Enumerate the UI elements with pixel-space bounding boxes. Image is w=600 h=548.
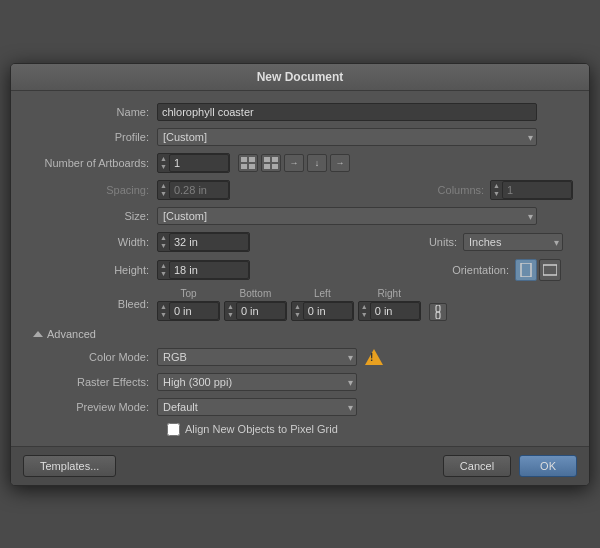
profile-select-wrap: [Custom]	[157, 128, 537, 146]
advanced-content: Color Mode: RGB CMYK Raster Effects:	[27, 348, 573, 436]
width-spin[interactable]: ▲ ▼	[158, 234, 169, 250]
profile-row: Profile: [Custom]	[27, 128, 573, 146]
bleed-right-input[interactable]	[370, 302, 420, 320]
name-label: Name:	[27, 106, 157, 118]
height-label: Height:	[27, 264, 157, 276]
svg-rect-0	[241, 157, 247, 162]
orientation-label: Orientation:	[452, 264, 515, 276]
dialog-body: Name: Profile: [Custom] Number of Artboa…	[11, 91, 589, 446]
columns-spin[interactable]: ▲ ▼	[491, 182, 502, 198]
artboards-label: Number of Artboards:	[27, 157, 157, 169]
advanced-section: Advanced Color Mode: RGB CMYK	[27, 328, 573, 436]
artboards-input-wrap: ▲ ▼	[157, 153, 230, 173]
arrange-down-icon[interactable]: ↓	[307, 154, 327, 172]
height-input-wrap: ▲ ▼	[157, 260, 250, 280]
spacing-input-wrap: ▲ ▼	[157, 180, 230, 200]
align-checkbox[interactable]	[167, 423, 180, 436]
svg-rect-3	[249, 164, 255, 169]
bleed-left-input[interactable]	[303, 302, 353, 320]
units-label: Units:	[413, 236, 463, 248]
bleed-right-wrap: ▲▼	[358, 301, 421, 321]
color-mode-select[interactable]: RGB CMYK	[157, 348, 357, 366]
height-spin[interactable]: ▲ ▼	[158, 262, 169, 278]
raster-select-wrap: High (300 ppi) Medium (150 ppi) Screen (…	[157, 373, 357, 391]
size-select[interactable]: [Custom]	[157, 207, 537, 225]
artboards-spin[interactable]: ▲ ▼	[158, 155, 169, 171]
units-select[interactable]: Inches Pixels Centimeters	[463, 233, 563, 251]
preview-label: Preview Mode:	[27, 401, 157, 413]
height-input[interactable]	[169, 261, 249, 279]
columns-input[interactable]	[502, 181, 572, 199]
artboard-layout-icons: → ↓ →	[238, 154, 350, 172]
width-row: Width: ▲ ▼ Units: Inches Pixels Centimet…	[27, 232, 573, 252]
profile-select[interactable]: [Custom]	[157, 128, 537, 146]
bleed-top-wrap: ▲▼	[157, 301, 220, 321]
bleed-bottom-wrap: ▲▼	[224, 301, 287, 321]
grid-by-row-icon[interactable]	[238, 154, 258, 172]
align-checkbox-row: Align New Objects to Pixel Grid	[27, 423, 573, 436]
units-group: Units: Inches Pixels Centimeters	[413, 233, 573, 251]
name-input[interactable]	[157, 103, 537, 121]
align-checkbox-label[interactable]: Align New Objects to Pixel Grid	[185, 423, 338, 435]
bleed-left-spin[interactable]: ▲▼	[292, 303, 303, 319]
spacing-input[interactable]	[169, 181, 229, 199]
arrange-next-icon[interactable]: →	[330, 154, 350, 172]
bleed-top-field: Top ▲▼	[157, 288, 220, 321]
grid-by-col-icon[interactable]	[261, 154, 281, 172]
svg-rect-7	[272, 164, 278, 169]
columns-input-wrap: ▲ ▼	[490, 180, 573, 200]
orientation-group: Orientation:	[452, 259, 573, 281]
bleed-top-spin[interactable]: ▲▼	[158, 303, 169, 319]
bleed-link-button[interactable]	[429, 303, 447, 321]
preview-select[interactable]: Default Pixel Overprint	[157, 398, 357, 416]
advanced-triangle-icon	[33, 331, 43, 337]
spacing-spin[interactable]: ▲ ▼	[158, 182, 169, 198]
raster-select[interactable]: High (300 ppi) Medium (150 ppi) Screen (…	[157, 373, 357, 391]
svg-rect-8	[521, 263, 531, 277]
warning-triangle	[365, 349, 383, 365]
warning-icon	[365, 348, 383, 366]
templates-button[interactable]: Templates...	[23, 455, 116, 477]
landscape-button[interactable]	[539, 259, 561, 281]
bleed-left-wrap: ▲▼	[291, 301, 354, 321]
color-mode-row: Color Mode: RGB CMYK	[27, 348, 573, 366]
title-bar: New Document	[11, 64, 589, 91]
size-row: Size: [Custom]	[27, 207, 573, 225]
preview-select-wrap: Default Pixel Overprint	[157, 398, 357, 416]
size-label: Size:	[27, 210, 157, 222]
raster-label: Raster Effects:	[27, 376, 157, 388]
svg-rect-9	[543, 265, 557, 275]
bleed-bottom-input[interactable]	[236, 302, 286, 320]
bleed-left-label: Left	[314, 288, 331, 299]
svg-rect-1	[249, 157, 255, 162]
svg-rect-4	[264, 157, 270, 162]
bleed-right-spin[interactable]: ▲▼	[359, 303, 370, 319]
ok-button[interactable]: OK	[519, 455, 577, 477]
bleed-top-input[interactable]	[169, 302, 219, 320]
spacing-row: Spacing: ▲ ▼ Columns: ▲ ▼	[27, 180, 573, 200]
new-document-dialog: New Document Name: Profile: [Custom] Num…	[10, 63, 590, 486]
svg-rect-2	[241, 164, 247, 169]
bleed-bottom-field: Bottom ▲▼	[224, 288, 287, 321]
cancel-button[interactable]: Cancel	[443, 455, 511, 477]
columns-label: Columns:	[438, 184, 490, 196]
color-mode-label: Color Mode:	[27, 351, 157, 363]
color-mode-select-wrap: RGB CMYK	[157, 348, 357, 366]
dialog-footer: Templates... Cancel OK	[11, 446, 589, 485]
profile-label: Profile:	[27, 131, 157, 143]
artboards-input[interactable]	[169, 154, 229, 172]
bleed-top-bottom: Top ▲▼ Bottom ▲▼ Left	[157, 288, 573, 321]
bleed-label: Bleed:	[27, 298, 157, 310]
bleed-left-field: Left ▲▼	[291, 288, 354, 321]
bleed-bottom-spin[interactable]: ▲▼	[225, 303, 236, 319]
raster-row: Raster Effects: High (300 ppi) Medium (1…	[27, 373, 573, 391]
bleed-bottom-label: Bottom	[240, 288, 272, 299]
dialog-title: New Document	[257, 70, 344, 84]
spacing-left-group: Spacing: ▲ ▼	[27, 180, 230, 200]
advanced-header[interactable]: Advanced	[27, 328, 573, 340]
portrait-button[interactable]	[515, 259, 537, 281]
spacing-label: Spacing:	[27, 184, 157, 196]
bleed-row: Bleed: Top ▲▼ Bottom ▲▼	[27, 288, 573, 321]
arrange-right-icon[interactable]: →	[284, 154, 304, 172]
width-input[interactable]	[169, 233, 249, 251]
